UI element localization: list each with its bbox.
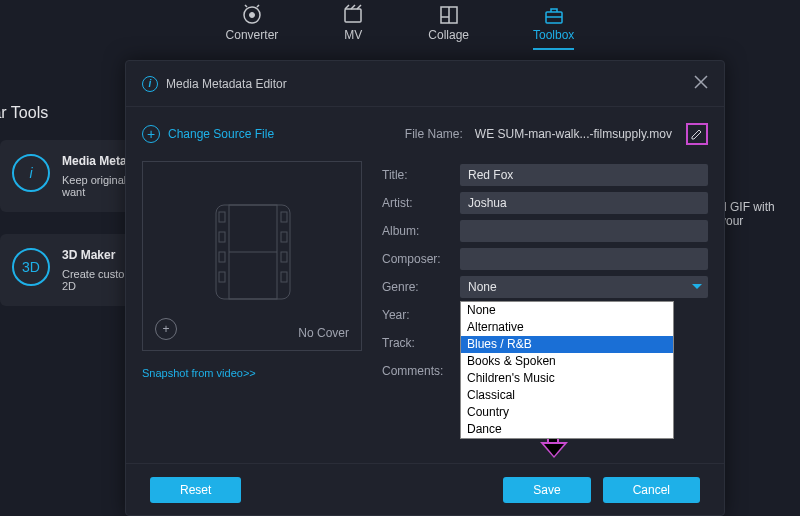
toolbox-icon <box>543 4 565 26</box>
preview-column: + No Cover Snapshot from video>> <box>142 161 362 385</box>
svg-rect-13 <box>281 232 287 242</box>
genre-option[interactable]: Books & Spoken <box>461 353 673 370</box>
title-label: Title: <box>382 168 460 182</box>
tab-label: Toolbox <box>533 28 574 42</box>
artist-label: Artist: <box>382 196 460 210</box>
no-cover-label: No Cover <box>298 326 349 340</box>
svg-rect-8 <box>219 212 225 222</box>
album-label: Album: <box>382 224 460 238</box>
info-icon: i <box>142 76 158 92</box>
info-icon: i <box>12 154 50 192</box>
svg-rect-14 <box>281 252 287 262</box>
filename-value: WE SUM-man-walk...-filmsupply.mov <box>475 127 672 141</box>
genre-dropdown[interactable]: None <box>460 276 708 298</box>
svg-rect-15 <box>281 272 287 282</box>
converter-icon <box>241 4 263 26</box>
genre-option[interactable]: Alternative <box>461 319 673 336</box>
genre-dropdown-list[interactable]: NoneAlternativeBlues / R&BBooks & Spoken… <box>460 301 674 439</box>
plus-icon[interactable]: + <box>142 125 160 143</box>
svg-rect-12 <box>281 212 287 222</box>
genre-option[interactable]: Blues / R&B <box>461 336 673 353</box>
chevron-down-icon <box>692 284 702 289</box>
modal-title: Media Metadata Editor <box>166 77 287 91</box>
fields-column: Title: Artist: Album: Composer: Genre:No… <box>382 161 708 385</box>
genre-option[interactable]: Country <box>461 404 673 421</box>
right-snippet: d GIF with your <box>720 200 800 228</box>
edit-filename-button[interactable] <box>686 123 708 145</box>
three-d-icon: 3D <box>12 248 50 286</box>
film-placeholder-icon <box>215 204 291 300</box>
add-cover-button[interactable]: + <box>155 318 177 340</box>
track-label: Track: <box>382 336 460 350</box>
svg-rect-11 <box>219 272 225 282</box>
album-field[interactable] <box>460 220 708 242</box>
reset-button[interactable]: Reset <box>150 477 241 503</box>
cancel-button[interactable]: Cancel <box>603 477 700 503</box>
mv-icon <box>342 4 364 26</box>
filename-label: File Name: <box>405 127 463 141</box>
svg-rect-10 <box>219 252 225 262</box>
tab-converter[interactable]: Converter <box>226 4 279 48</box>
svg-rect-9 <box>219 232 225 242</box>
pencil-icon <box>691 128 703 140</box>
tab-label: Converter <box>226 28 279 42</box>
genre-option[interactable]: Dance <box>461 421 673 438</box>
genre-option[interactable]: Easy Listening <box>461 438 673 439</box>
modal-footer: Reset Save Cancel <box>126 463 724 515</box>
svg-point-1 <box>249 13 254 18</box>
tab-label: MV <box>344 28 362 42</box>
tab-label: Collage <box>428 28 469 42</box>
change-source-link[interactable]: Change Source File <box>168 127 274 141</box>
collage-icon <box>438 4 460 26</box>
modal-subheader: + Change Source File File Name: WE SUM-m… <box>126 107 724 153</box>
title-field[interactable] <box>460 164 708 186</box>
year-label: Year: <box>382 308 460 322</box>
genre-option[interactable]: None <box>461 302 673 319</box>
genre-label: Genre: <box>382 280 460 294</box>
tab-toolbox[interactable]: Toolbox <box>533 4 574 50</box>
cover-preview: + No Cover <box>142 161 362 351</box>
tab-mv[interactable]: MV <box>342 4 364 48</box>
modal-header: i Media Metadata Editor <box>126 61 724 107</box>
save-button[interactable]: Save <box>503 477 590 503</box>
tab-collage[interactable]: Collage <box>428 4 469 48</box>
genre-option[interactable]: Classical <box>461 387 673 404</box>
comments-label: Comments: <box>382 364 460 378</box>
snapshot-link[interactable]: Snapshot from video>> <box>142 367 256 379</box>
artist-field[interactable] <box>460 192 708 214</box>
close-icon[interactable] <box>694 73 708 94</box>
svg-rect-2 <box>345 9 361 22</box>
top-nav: Converter MV Collage Toolbox <box>0 0 800 60</box>
metadata-editor-modal: i Media Metadata Editor + Change Source … <box>125 60 725 516</box>
composer-field[interactable] <box>460 248 708 270</box>
genre-option[interactable]: Children's Music <box>461 370 673 387</box>
composer-label: Composer: <box>382 252 460 266</box>
